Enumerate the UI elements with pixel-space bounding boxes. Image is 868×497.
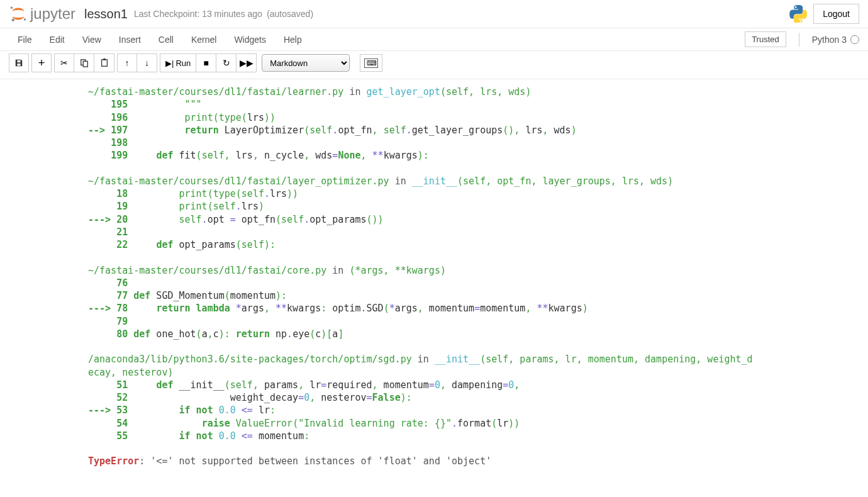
menu-kernel[interactable]: Kernel (182, 30, 225, 50)
checkpoint-text: Last Checkpoint: 13 minutes ago (134, 9, 262, 19)
run-label: Run (175, 59, 191, 68)
notebook-header: jupyter lesson1 Last Checkpoint: 13 minu… (0, 0, 868, 28)
notebook-title[interactable]: lesson1 (84, 7, 128, 21)
svg-rect-6 (103, 59, 106, 60)
run-button[interactable]: ▶| Run (160, 53, 196, 72)
run-icon: ▶| (165, 59, 174, 68)
stop-icon: ■ (204, 58, 209, 68)
menu-help[interactable]: Help (275, 30, 311, 50)
svg-rect-5 (101, 60, 107, 67)
menu-cell[interactable]: Cell (150, 30, 182, 50)
interrupt-button[interactable]: ■ (196, 53, 216, 72)
menu-view[interactable]: View (74, 30, 110, 50)
copy-button[interactable] (74, 53, 94, 72)
menu-edit[interactable]: Edit (41, 30, 74, 50)
menu-widgets[interactable]: Widgets (225, 30, 275, 50)
kernel-name: Python 3 (812, 35, 847, 45)
kernel-idle-icon (850, 35, 859, 44)
svg-point-2 (12, 19, 15, 22)
save-button[interactable] (9, 53, 29, 72)
command-palette-button[interactable]: ⌨ (360, 54, 382, 72)
copy-icon (80, 59, 89, 67)
paste-button[interactable] (94, 53, 114, 72)
svg-point-0 (11, 7, 13, 9)
restart-icon: ↻ (223, 58, 230, 68)
python-logo-icon (789, 5, 807, 23)
kernel-indicator[interactable]: Python 3 (812, 35, 859, 45)
jupyter-brand[interactable]: jupyter (30, 5, 75, 23)
paste-icon (100, 59, 109, 67)
divider (799, 33, 799, 47)
arrow-down-icon: ↓ (145, 58, 149, 68)
add-cell-button[interactable]: + (31, 53, 52, 72)
autosaved-text: (autosaved) (267, 9, 313, 19)
menu-insert[interactable]: Insert (110, 30, 150, 50)
svg-point-1 (24, 18, 26, 20)
move-up-button[interactable]: ↑ (117, 53, 137, 72)
traceback-output: ~/fastai-master/courses/dl1/fastai/learn… (0, 79, 868, 497)
restart-run-all-button[interactable]: ▶▶ (236, 53, 257, 72)
cell-type-select[interactable]: Markdown (262, 54, 350, 72)
cut-icon: ✂ (60, 58, 68, 68)
logo-area: jupyter (9, 4, 84, 23)
menu-file[interactable]: File (9, 30, 41, 50)
save-icon (14, 59, 23, 67)
toolbar: + ✂ ↑ ↓ ▶| Run ■ ↻ ▶▶ Markdown ⌨ (0, 51, 868, 79)
arrow-up-icon: ↑ (125, 58, 130, 68)
restart-button[interactable]: ↻ (216, 53, 236, 72)
jupyter-logo-icon (9, 4, 28, 23)
cut-button[interactable]: ✂ (54, 53, 74, 72)
menubar: FileEditViewInsertCellKernelWidgetsHelp … (0, 28, 868, 51)
plus-icon: + (38, 57, 45, 70)
trusted-button[interactable]: Trusted (745, 31, 786, 47)
move-down-button[interactable]: ↓ (137, 53, 157, 72)
logout-button[interactable]: Logout (813, 4, 859, 24)
svg-rect-4 (83, 61, 87, 67)
keyboard-icon: ⌨ (364, 59, 378, 68)
fast-forward-icon: ▶▶ (240, 58, 253, 68)
